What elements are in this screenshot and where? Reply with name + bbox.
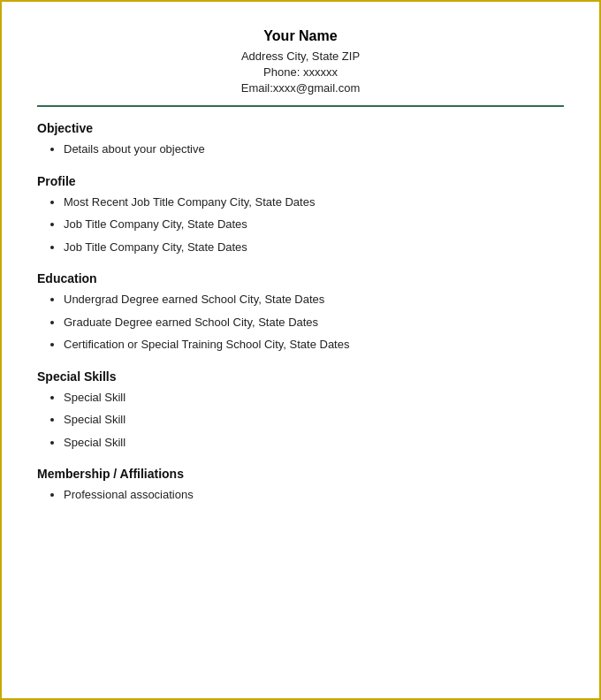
section-title-objective: Objective bbox=[37, 121, 564, 135]
section-title-education: Education bbox=[37, 271, 564, 285]
list-item: Special Skill bbox=[64, 411, 564, 429]
section-title-profile: Profile bbox=[37, 174, 564, 188]
header-divider bbox=[37, 105, 564, 107]
section-list-membership: Professional associations bbox=[37, 486, 564, 504]
section-objective: ObjectiveDetails about your objective bbox=[37, 121, 564, 158]
section-title-membership: Membership / Affiliations bbox=[37, 467, 564, 481]
section-membership: Membership / AffiliationsProfessional as… bbox=[37, 467, 564, 504]
list-item: Undergrad Degree earned School City, Sta… bbox=[64, 291, 564, 308]
section-education: EducationUndergrad Degree earned School … bbox=[37, 271, 564, 354]
list-item: Details about your objective bbox=[64, 141, 564, 158]
resume-document: Your Name Address City, State ZIP Phone:… bbox=[0, 0, 601, 700]
list-item: Job Title Company City, State Dates bbox=[64, 239, 564, 256]
list-item: Special Skill bbox=[64, 434, 564, 452]
list-item: Most Recent Job Title Company City, Stat… bbox=[64, 194, 564, 211]
list-item: Professional associations bbox=[64, 486, 564, 504]
header-name: Your Name bbox=[37, 28, 564, 44]
sections-container: ObjectiveDetails about your objectivePro… bbox=[37, 121, 564, 504]
header-phone: Phone: xxxxxx bbox=[37, 65, 564, 79]
list-item: Certification or Special Training School… bbox=[64, 336, 564, 354]
section-list-profile: Most Recent Job Title Company City, Stat… bbox=[37, 194, 564, 256]
section-special-skills: Special SkillsSpecial SkillSpecial Skill… bbox=[37, 369, 564, 452]
list-item: Graduate Degree earned School City, Stat… bbox=[64, 314, 564, 331]
section-title-special-skills: Special Skills bbox=[37, 369, 564, 384]
header-email: Email:xxxx@gmail.com bbox=[37, 81, 564, 95]
list-item: Job Title Company City, State Dates bbox=[64, 216, 564, 233]
section-list-special-skills: Special SkillSpecial SkillSpecial Skill bbox=[37, 389, 564, 452]
section-list-objective: Details about your objective bbox=[37, 141, 564, 158]
list-item: Special Skill bbox=[64, 389, 564, 407]
header-address: Address City, State ZIP bbox=[37, 49, 564, 63]
resume-header: Your Name Address City, State ZIP Phone:… bbox=[37, 28, 564, 95]
section-profile: ProfileMost Recent Job Title Company Cit… bbox=[37, 174, 564, 256]
section-list-education: Undergrad Degree earned School City, Sta… bbox=[37, 291, 564, 354]
